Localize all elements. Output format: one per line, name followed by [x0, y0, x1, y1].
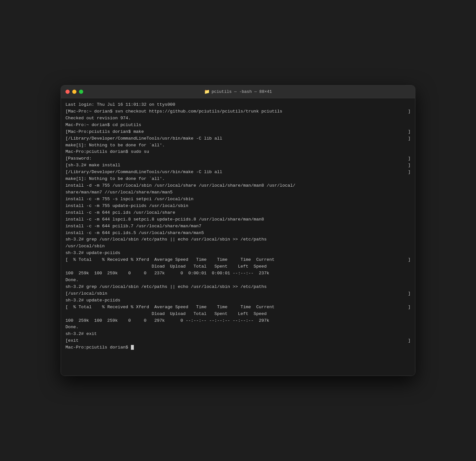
- terminal-line: 100 259k 100 259k 0 0 237k 0 0:00:01 0:0…: [65, 270, 411, 277]
- title-bar: 📁 pciutils — -bash — 88×41: [61, 85, 415, 98]
- terminal-line: install -c -m 644 pci.ids /usr/local/sha…: [65, 210, 411, 216]
- terminal-line: sh-3.2# update-pciids: [65, 297, 411, 304]
- window-title: pciutils — -bash — 88×41: [212, 89, 272, 94]
- terminal-line: install -d -m 755 /usr/local/sbin /usr/l…: [65, 182, 411, 189]
- terminal-line: Done.: [65, 277, 411, 284]
- terminal-window: 📁 pciutils — -bash — 88×41 Last login: T…: [61, 85, 415, 376]
- terminal-line: make[1]: Nothing to be done for `all'.: [65, 176, 411, 182]
- terminal-line: make[1]: Nothing to be done for `all'.: [65, 142, 411, 149]
- maximize-button[interactable]: [79, 90, 83, 94]
- terminal-line: install -c -m 755 -s lspci setpci /usr/l…: [65, 196, 411, 203]
- terminal-line: Mac-Pro:pciutils dorian$ sudo su: [65, 149, 411, 155]
- terminal-line: Dload Upload Total Spent Left Speed: [65, 311, 411, 318]
- terminal-line: [ % Total % Received % Xferd Average Spe…: [65, 304, 411, 311]
- minimize-button[interactable]: [72, 90, 76, 94]
- terminal-line: [sh-3.2# make install]: [65, 162, 411, 169]
- terminal-line: share/man/man7 //usr/local/share/man/man…: [65, 189, 411, 196]
- terminal-line: install -c -m 644 pci.ids.5 /usr/local/s…: [65, 230, 411, 237]
- close-button[interactable]: [65, 90, 70, 94]
- terminal-line: [Mac-Pro:pciutils dorian$ make]: [65, 129, 411, 135]
- title-bar-center: 📁 pciutils — -bash — 88×41: [204, 89, 272, 94]
- terminal-body[interactable]: Last login: Thu Jul 16 11:01:32 on ttys0…: [61, 98, 415, 376]
- terminal-line: Last login: Thu Jul 16 11:01:32 on ttys0…: [65, 102, 411, 108]
- terminal-line: [Mac-Pro:~ dorian$ svn checkout https://…: [65, 108, 411, 115]
- terminal-line: install -c -m 644 lspci.8 setpci.8 updat…: [65, 216, 411, 223]
- terminal-line: [/Library/Developer/CommandLineTools/usr…: [65, 169, 411, 176]
- terminal-line: [/Library/Developer/CommandLineTools/usr…: [65, 135, 411, 142]
- terminal-line: [ % Total % Received % Xferd Average Spe…: [65, 257, 411, 263]
- terminal-line: [/usr/local/sbin]: [65, 290, 411, 297]
- terminal-cursor: [131, 345, 134, 350]
- terminal-line: sh-3.2# grep /usr/local/sbin /etc/paths …: [65, 284, 411, 290]
- window-controls: [65, 90, 83, 94]
- terminal-line: install -c -m 644 pcilib.7 /usr/local/sh…: [65, 223, 411, 230]
- terminal-line: sh-3.2# grep /usr/local/sbin /etc/paths …: [65, 236, 411, 243]
- terminal-line: [exit]: [65, 338, 411, 344]
- terminal-line: 100 259k 100 259k 0 0 297k 0 --:--:-- --…: [65, 318, 411, 324]
- terminal-line: /usr/local/sbin: [65, 243, 411, 250]
- terminal-line: Done.: [65, 324, 411, 331]
- terminal-prompt: Mac-Pro:pciutils dorian$: [65, 344, 411, 351]
- folder-icon: 📁: [204, 89, 210, 94]
- terminal-line: [Password:]: [65, 155, 411, 162]
- terminal-line: Dload Upload Total Spent Left Speed: [65, 263, 411, 270]
- terminal-line: Mac-Pro:~ dorian$ cd pciutils: [65, 122, 411, 129]
- terminal-line: sh-3.2# exit: [65, 331, 411, 338]
- terminal-line: install -c -m 755 update-pciids /usr/loc…: [65, 203, 411, 210]
- terminal-line: sh-3.2# update-pciids: [65, 250, 411, 257]
- terminal-line: Checked out revision 974.: [65, 115, 411, 122]
